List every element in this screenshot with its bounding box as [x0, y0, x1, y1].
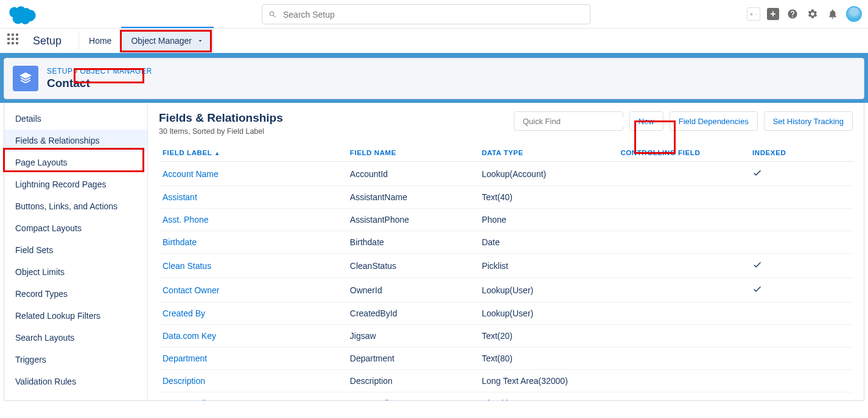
indexed-cell [749, 278, 853, 302]
col-controlling-field[interactable]: CONTROLLING FIELD [617, 144, 749, 162]
chevron-down-icon [197, 37, 204, 44]
field-label-link[interactable]: Description [159, 370, 346, 392]
sidebar-item-triggers[interactable]: Triggers [4, 349, 147, 371]
field-name-cell: Jigsaw [346, 325, 478, 347]
search-icon [268, 10, 277, 19]
salesforce-logo-icon [7, 4, 38, 24]
new-button[interactable]: New [629, 111, 663, 131]
controlling-field-cell [617, 370, 749, 392]
field-dependencies-button[interactable]: Field Dependencies [670, 111, 758, 131]
data-type-cell: Lookup(User) [478, 278, 617, 302]
field-label-link[interactable]: Asst. Phone [159, 209, 346, 231]
table-row: Asst. PhoneAssistantPhonePhone [159, 209, 853, 231]
content-header: Fields & Relationships 30 Items, Sorted … [159, 111, 853, 136]
global-search-input[interactable] [283, 10, 584, 19]
sidebar-item-validation-rules[interactable]: Validation Rules [4, 371, 147, 392]
notifications-button[interactable] [826, 7, 839, 21]
field-label-link[interactable]: Birthdate [159, 231, 346, 254]
help-button[interactable] [786, 7, 799, 21]
content: Fields & Relationships 30 Items, Sorted … [148, 103, 864, 400]
table-row: DescriptionDescriptionLong Text Area(320… [159, 370, 853, 392]
content-actions: New Field Dependencies Set History Track… [514, 111, 853, 131]
controlling-field-cell [617, 231, 749, 254]
add-button[interactable]: + [767, 8, 779, 20]
field-label-link[interactable]: Contact Owner [159, 278, 346, 302]
sidebar-item-compact-layouts[interactable]: Compact Layouts [4, 217, 147, 239]
breadcrumb: SETUP › OBJECT MANAGER [47, 67, 152, 75]
controlling-field-cell [617, 392, 749, 401]
user-avatar[interactable] [846, 6, 862, 22]
object-icon [13, 66, 38, 91]
controlling-field-cell [617, 186, 749, 209]
field-name-cell: AccountId [346, 162, 478, 186]
data-type-cell: Text(20) [478, 325, 617, 347]
indexed-cell [749, 347, 853, 370]
sidebar: DetailsFields & RelationshipsPage Layout… [4, 103, 148, 400]
field-label-link[interactable]: Clean Status [159, 254, 346, 278]
app-launcher-icon[interactable] [7, 33, 22, 48]
field-name-cell: CreatedById [346, 302, 478, 325]
data-type-cell: Lookup(User) [478, 302, 617, 325]
breadcrumb-object-manager[interactable]: OBJECT MANAGER [80, 67, 152, 75]
sidebar-item-details[interactable]: Details [4, 108, 147, 130]
nav-object-manager[interactable]: Object Manager [121, 27, 214, 53]
content-title: Fields & Relationships [159, 111, 283, 125]
question-icon [787, 9, 798, 19]
table-row: Account NameAccountIdLookup(Account) [159, 162, 853, 186]
sidebar-item-page-layouts[interactable]: Page Layouts [4, 152, 147, 173]
field-label-link[interactable]: Created By [159, 302, 346, 325]
favorites-button[interactable] [747, 7, 760, 21]
content-subtitle: 30 Items, Sorted by Field Label [159, 127, 283, 136]
table-row: Clean StatusCleanStatusPicklist [159, 254, 853, 278]
indexed-cell [749, 302, 853, 325]
controlling-field-cell [617, 278, 749, 302]
field-label-link[interactable]: Data.com Key [159, 325, 346, 347]
sidebar-item-related-lookup-filters[interactable]: Related Lookup Filters [4, 305, 147, 327]
sidebar-item-field-sets[interactable]: Field Sets [4, 239, 147, 261]
setup-gear-button[interactable] [806, 7, 819, 21]
field-name-cell: OwnerId [346, 278, 478, 302]
controlling-field-cell [617, 254, 749, 278]
sidebar-item-lightning-record-pages[interactable]: Lightning Record Pages [4, 173, 147, 195]
main-area: DetailsFields & RelationshipsPage Layout… [4, 103, 864, 401]
indexed-cell [749, 370, 853, 392]
sidebar-item-search-layouts[interactable]: Search Layouts [4, 327, 147, 349]
field-label-link[interactable]: Assistant [159, 186, 346, 209]
table-row: Created ByCreatedByIdLookup(User) [159, 302, 853, 325]
global-search[interactable] [262, 4, 590, 24]
indexed-cell [749, 254, 853, 278]
field-name-cell: AssistantPhone [346, 209, 478, 231]
controlling-field-cell [617, 347, 749, 370]
gear-icon [807, 9, 818, 19]
page-header: SETUP › OBJECT MANAGER Contact [4, 58, 864, 99]
indexed-cell [749, 186, 853, 209]
page-header-band: SETUP › OBJECT MANAGER Contact [0, 53, 868, 103]
table-row: Do Not CallDoNotCallCheckbox [159, 392, 853, 401]
quick-find-input[interactable] [523, 117, 625, 126]
breadcrumb-setup: SETUP [47, 67, 72, 75]
sidebar-item-record-types[interactable]: Record Types [4, 283, 147, 305]
indexed-cell [749, 325, 853, 347]
nav-home[interactable]: Home [79, 29, 121, 53]
field-label-link[interactable]: Do Not Call [159, 392, 346, 401]
table-row: AssistantAssistantNameText(40) [159, 186, 853, 209]
sidebar-item-fields-relationships[interactable]: Fields & Relationships [4, 130, 147, 152]
topbar-utilities: + [747, 6, 862, 22]
indexed-cell [749, 162, 853, 186]
controlling-field-cell [617, 302, 749, 325]
col-data-type[interactable]: DATA TYPE [478, 144, 617, 162]
indexed-cell [749, 392, 853, 401]
data-type-cell: Picklist [478, 254, 617, 278]
indexed-cell [749, 209, 853, 231]
col-field-name[interactable]: FIELD NAME [346, 144, 478, 162]
data-type-cell: Date [478, 231, 617, 254]
field-label-link[interactable]: Department [159, 347, 346, 370]
sidebar-item-object-limits[interactable]: Object Limits [4, 261, 147, 283]
sidebar-item-buttons-links-and-actions[interactable]: Buttons, Links, and Actions [4, 195, 147, 217]
set-history-tracking-button[interactable]: Set History Tracking [764, 111, 853, 131]
col-indexed[interactable]: INDEXED [749, 144, 853, 162]
quick-find-box[interactable] [514, 111, 623, 131]
col-field-label[interactable]: FIELD LABEL▲ [159, 144, 346, 162]
field-label-link[interactable]: Account Name [159, 162, 346, 186]
nav-title: Setup [33, 35, 61, 47]
